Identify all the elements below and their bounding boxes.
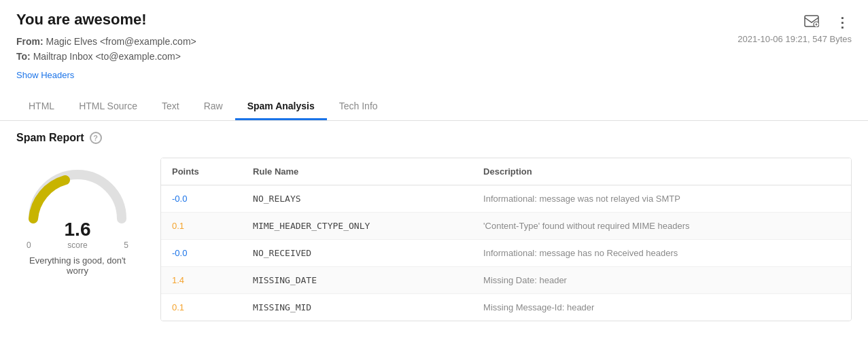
cell-rule: NO_RELAYS [242,185,472,212]
to-value: Mailtrap Inbox <to@example.com> [33,51,181,62]
email-to-row: To: Mailtrap Inbox <to@example.com> [16,49,196,64]
header-actions: ⋮ [801,12,852,33]
cell-points: 0.1 [161,212,242,239]
tab-html-source[interactable]: HTML Source [67,94,150,120]
cell-rule: MISSING_DATE [242,266,472,293]
table-row: 0.1MISSING_MIDMissing Message-Id: header [161,293,851,321]
col-rule-name: Rule Name [242,158,472,185]
email-date-size: 2021-10-06 19:21, 547 Bytes [737,34,852,44]
help-icon[interactable]: ? [90,132,102,144]
email-meta: From: Magic Elves <from@example.com> To:… [16,34,852,65]
col-points: Points [161,158,242,185]
table-row: 1.4MISSING_DATEMissing Date: header [161,266,851,293]
email-title: You are awesome! [16,11,147,29]
cell-rule: MIME_HEADER_CTYPE_ONLY [242,212,472,239]
gauge-labels: 0 score 5 [27,240,128,250]
tab-tech-info[interactable]: Tech Info [327,94,390,120]
cell-description: Informational: message was not relayed v… [472,185,851,212]
show-headers-link[interactable]: Show Headers [16,70,74,80]
spam-table-container: Points Rule Name Description -0.0NO_RELA… [160,158,852,321]
content-area: Spam Report ? 1.6 0 score 5 Every [0,121,868,332]
cell-description: Missing Date: header [472,266,851,293]
gauge-max: 5 [124,240,128,250]
email-from-row: From: Magic Elves <from@example.com> [16,34,196,49]
tab-spam-analysis[interactable]: Spam Analysis [235,94,327,120]
cell-description: 'Content-Type' found without required MI… [472,212,851,239]
gauge-min: 0 [27,240,31,250]
more-icon: ⋮ [835,15,849,30]
cell-description: Informational: message has no Received h… [472,239,851,266]
spam-report-header: Spam Report ? [16,132,852,144]
email-from-to: From: Magic Elves <from@example.com> To:… [16,34,196,65]
gauge-score-label: score [67,240,87,250]
gauge-score-value: 1.6 [65,219,91,240]
spam-report-title: Spam Report [16,132,84,144]
cell-description: Missing Message-Id: header [472,293,851,321]
table-row: 0.1MIME_HEADER_CTYPE_ONLY'Content-Type' … [161,212,851,239]
tab-html[interactable]: HTML [16,94,67,120]
gauge-chart [23,164,132,226]
tab-text[interactable]: Text [150,94,192,120]
cell-points: -0.0 [161,185,242,212]
gauge-message: Everything is good, don't worry [27,255,128,276]
cell-points: 1.4 [161,266,242,293]
cell-rule: NO_RECEIVED [242,239,472,266]
more-options-button[interactable]: ⋮ [833,12,852,33]
table-header-row: Points Rule Name Description [161,158,851,185]
email-action-button[interactable] [801,12,822,33]
table-row: -0.0NO_RELAYSInformational: message was … [161,185,851,212]
spam-body: 1.6 0 score 5 Everything is good, don't … [16,158,852,321]
cell-rule: MISSING_MID [242,293,472,321]
tab-raw[interactable]: Raw [192,94,235,120]
cell-points: -0.0 [161,239,242,266]
from-label: From: [16,36,44,47]
table-row: -0.0NO_RECEIVEDInformational: message ha… [161,239,851,266]
spam-table: Points Rule Name Description -0.0NO_RELA… [161,158,851,321]
col-description: Description [472,158,851,185]
from-value: Magic Elves <from@example.com> [46,36,196,47]
gauge-container: 1.6 0 score 5 Everything is good, don't … [16,158,139,321]
cell-points: 0.1 [161,293,242,321]
to-label: To: [16,51,31,62]
tab-bar: HTML HTML Source Text Raw Spam Analysis … [16,94,852,120]
